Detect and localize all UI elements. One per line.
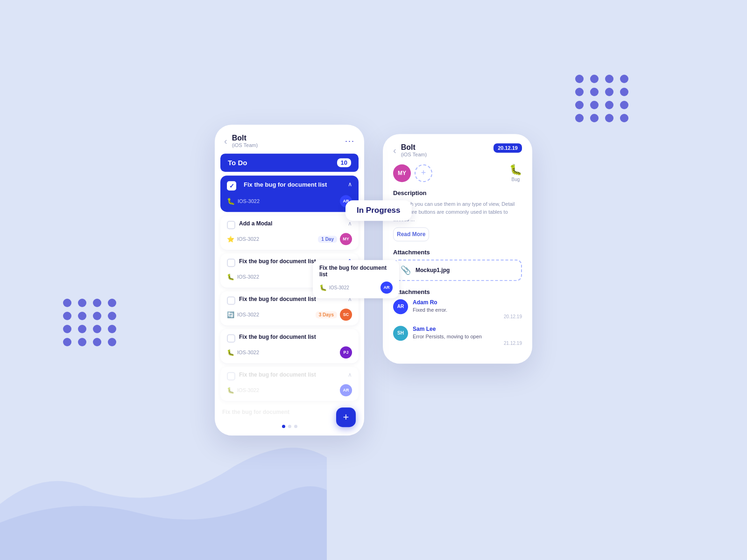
task-6-issue: IOS-3022 <box>237 387 259 393</box>
in-progress-task-card: Fix the bug for document list 🐛 IOS-3022… <box>313 260 399 298</box>
nav-dot-3[interactable] <box>294 425 297 428</box>
checkbox-checked-1[interactable]: ✓ <box>227 181 236 190</box>
attachment-filename: Mockup1.jpg <box>416 267 450 273</box>
wave-background <box>0 420 327 560</box>
dot-pattern-top-right <box>575 75 630 122</box>
task-card-5[interactable]: Fix the bug for document list 🐛 IOS-3022… <box>220 329 359 363</box>
add-assignee-button[interactable]: + <box>415 164 432 182</box>
task-2-icon: ⭐ <box>227 236 234 243</box>
left-back-button[interactable]: ‹ <box>224 136 227 147</box>
task-4-icon: 🔄 <box>227 311 234 318</box>
checkbox-5[interactable] <box>227 334 235 343</box>
detail-header: ‹ Bolt (iOS Team) 20.12.19 <box>393 143 522 157</box>
comment-1-body: Adam Ro Fixed the error. 20.12.19 <box>413 299 522 319</box>
task-4-issue: IOS-3022 <box>237 312 259 317</box>
comment-2-avatar: SH <box>393 326 408 341</box>
checkbox-4[interactable] <box>227 296 235 305</box>
comment-2-text: Error Persists, moving to open <box>413 334 522 339</box>
nav-dot-1[interactable] <box>282 425 285 428</box>
attachment-card[interactable]: 📎 Mockup1.jpg <box>393 259 522 281</box>
task-3-issue: IOS-3022 <box>237 274 259 280</box>
comment-1-date: 20.12.19 <box>413 314 522 319</box>
read-more-button[interactable]: Read More <box>393 227 429 241</box>
bug-label-text: Bug <box>512 177 520 182</box>
comment-1-text: Fixed the error. <box>413 307 522 313</box>
chevron-2: ∧ <box>348 220 352 227</box>
task-4-day: 3 Days <box>316 311 337 318</box>
task-2-day: 1 Day <box>318 236 337 243</box>
assignee-row: MY + 🐛 Bug <box>393 164 522 182</box>
task-6-avatar: AR <box>340 384 352 396</box>
left-phone-wrapper: In Progress Fix the bug for document lis… <box>215 125 364 435</box>
task-2-avatar: MY <box>340 233 352 245</box>
task-3-icon: 🐛 <box>227 273 234 280</box>
left-phone-header-left: ‹ Bolt (iOS Team) <box>224 134 258 148</box>
left-phone-title-block: Bolt (iOS Team) <box>232 134 258 148</box>
checkbox-2[interactable] <box>227 221 235 229</box>
task-6-icon: 🐛 <box>227 387 234 394</box>
attachments-section-title: Attachments <box>393 249 522 256</box>
task-3-title: Fix the bug for document list <box>239 258 316 266</box>
task-5-icon: 🐛 <box>227 349 234 356</box>
task-card-6[interactable]: Fix the bug for document list ∧ 🐛 IOS-30… <box>220 367 359 401</box>
task-card-2[interactable]: Add a Modal ∧ ⭐ IOS-3022 1 Day MY <box>220 216 359 250</box>
comments-section-title: Attachments <box>393 288 522 295</box>
comment-1: AR Adam Ro Fixed the error. 20.12.19 <box>393 299 522 319</box>
task-2-title: Add a Modal <box>239 220 272 228</box>
bug-icon-large: 🐛 <box>509 164 522 176</box>
in-progress-card-issue: IOS-3022 <box>329 285 349 290</box>
task-4-title: Fix the bug for document list <box>239 296 316 303</box>
detail-title: Bolt <box>401 143 427 152</box>
comment-1-avatar: AR <box>393 299 408 314</box>
in-progress-bubble: In Progress <box>345 200 412 221</box>
nav-dot-2[interactable] <box>288 425 291 428</box>
right-phone: ‹ Bolt (iOS Team) 20.12.19 MY + 🐛 Bug De… <box>383 134 532 364</box>
add-task-button[interactable]: + <box>336 407 356 427</box>
task-5-title: Fix the bug for document list <box>239 334 316 341</box>
task-2-issue: IOS-3022 <box>237 236 259 242</box>
assignee-my: MY <box>393 164 411 182</box>
left-phone-header: ‹ Bolt (iOS Team) ··· <box>215 125 364 154</box>
dot-pattern-bottom-left <box>63 299 118 346</box>
comment-1-author: Adam Ro <box>413 299 522 306</box>
in-progress-card-title: Fix the bug for document list <box>319 265 393 278</box>
checkbox-3[interactable] <box>227 259 235 267</box>
in-progress-label: In Progress <box>357 206 401 215</box>
bug-badge: 🐛 Bug <box>509 164 522 182</box>
detail-subtitle: (iOS Team) <box>401 152 427 157</box>
more-button[interactable]: ··· <box>345 136 355 146</box>
task-6-title: Fix the bug for document list <box>239 371 316 379</box>
task-5-issue: IOS-3022 <box>237 350 259 355</box>
comment-2-author: Sam Lee <box>413 326 522 332</box>
todo-bar: To Do 10 <box>220 154 359 172</box>
clip-icon: 📎 <box>401 265 411 275</box>
task-1-title: Fix the bug for document list <box>244 181 327 188</box>
left-phone-title: Bolt <box>232 134 258 142</box>
in-progress-card-avatar: AR <box>381 281 393 294</box>
task-7-title: Fix the bug for document <box>222 409 289 415</box>
chevron-up-1: ∧ <box>348 181 352 188</box>
main-container: In Progress Fix the bug for document lis… <box>215 125 532 435</box>
detail-title-block: Bolt (iOS Team) <box>401 143 427 157</box>
comment-2-date: 21.12.19 <box>413 341 522 346</box>
left-phone-subtitle: (iOS Team) <box>232 142 258 148</box>
detail-back-button[interactable]: ‹ <box>393 145 396 156</box>
task-5-avatar: PJ <box>340 346 352 358</box>
todo-count: 10 <box>337 158 351 167</box>
detail-date: 20.12.19 <box>493 143 522 153</box>
todo-label: To Do <box>228 159 247 167</box>
comment-2-body: Sam Lee Error Persists, moving to open 2… <box>413 326 522 346</box>
description-section-title: Description <box>393 189 522 196</box>
detail-header-left: ‹ Bolt (iOS Team) <box>393 143 427 157</box>
task-4-avatar: SC <box>340 308 352 321</box>
comment-2: SH Sam Lee Error Persists, moving to ope… <box>393 326 522 346</box>
description-text: Although you can use them in any type of… <box>393 200 522 224</box>
checkbox-6[interactable] <box>227 372 235 380</box>
task-card-1[interactable]: ✓ Fix the bug for document list ∧ 🐛 IOS-… <box>220 175 359 212</box>
task-1-issue: IOS-3022 <box>238 198 260 204</box>
chevron-6: ∧ <box>348 371 352 378</box>
task-1-bug-icon: 🐛 <box>227 197 235 205</box>
